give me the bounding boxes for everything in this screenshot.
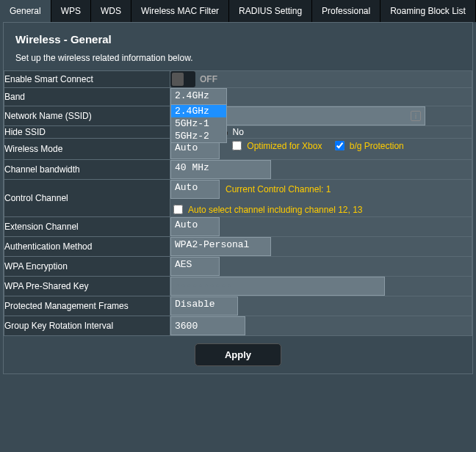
- tab-wds[interactable]: WDS: [91, 0, 131, 22]
- bg-protection-label: b/g Protection: [350, 141, 404, 151]
- toggle-off-label: OFF: [195, 74, 217, 84]
- tab-roaming-block-list[interactable]: Roaming Block List: [381, 0, 476, 22]
- control-channel-select[interactable]: Auto: [170, 180, 220, 199]
- pm-frames-label: Protected Management Frames: [4, 296, 170, 316]
- control-channel-label: Control Channel: [4, 180, 170, 217]
- auth-method-select[interactable]: WPA2-Personal: [170, 237, 271, 256]
- group-key-input[interactable]: [170, 316, 245, 335]
- hide-ssid-label: Hide SSID: [4, 126, 170, 139]
- band-label: Band: [4, 88, 170, 106]
- auto-select-channel-checkbox[interactable]: Auto select channel including channel 12…: [170, 203, 363, 216]
- ssid-label: Network Name (SSID): [4, 106, 170, 126]
- smart-connect-toggle[interactable]: OFF: [170, 71, 217, 87]
- optimized-xbox-input[interactable]: [232, 141, 242, 150]
- auto-select-channel-label: Auto select channel including channel 12…: [188, 205, 363, 215]
- ext-channel-select[interactable]: Auto: [170, 217, 220, 236]
- smart-connect-label: Enable Smart Connect: [4, 71, 170, 88]
- band-option-5ghz-2[interactable]: 5GHz-2: [171, 130, 226, 142]
- wpa-encryption-select[interactable]: AES: [170, 257, 220, 276]
- tab-wireless-mac-filter[interactable]: Wireless MAC Filter: [131, 0, 229, 22]
- bg-protection-input[interactable]: [335, 141, 345, 150]
- tab-radius-setting[interactable]: RADIUS Setting: [229, 0, 312, 22]
- optimized-xbox-label: Optimized for Xbox: [247, 141, 322, 151]
- tabs: General WPS WDS Wireless MAC Filter RADI…: [0, 0, 476, 22]
- auth-method-label: Authentication Method: [4, 237, 170, 257]
- ext-channel-label: Extension Channel: [4, 217, 170, 237]
- bg-protection-checkbox[interactable]: b/g Protection: [332, 139, 404, 153]
- band-dropdown-list: 2.4GHz 5GHz-1 5GHz-2: [170, 104, 227, 143]
- settings-table: Enable Smart Connect OFF Band 2.4GHz 2.4…: [4, 70, 472, 336]
- apply-button[interactable]: Apply: [195, 343, 281, 366]
- page-title: Wireless - General: [4, 23, 472, 53]
- wpa-encryption-label: WPA Encryption: [4, 257, 170, 277]
- channel-bw-label: Channel bandwidth: [4, 160, 170, 180]
- tab-general[interactable]: General: [0, 0, 51, 22]
- auto-select-channel-input[interactable]: [173, 205, 183, 214]
- group-key-label: Group Key Rotation Interval: [4, 316, 170, 336]
- page-subtitle: Set up the wireless related information …: [4, 53, 472, 70]
- band-option-5ghz-1[interactable]: 5GHz-1: [171, 117, 226, 130]
- hide-ssid-no-label: No: [233, 127, 244, 137]
- wpa-psk-label: WPA Pre-Shared Key: [4, 277, 170, 296]
- current-channel-text: Current Control Channel: 1: [226, 184, 331, 194]
- band-selected[interactable]: 2.4GHz: [170, 88, 227, 106]
- channel-bw-select[interactable]: 40 MHz: [170, 160, 271, 179]
- tab-wps[interactable]: WPS: [51, 0, 91, 22]
- optimized-xbox-checkbox[interactable]: Optimized for Xbox: [229, 139, 322, 153]
- band-select[interactable]: 2.4GHz 2.4GHz 5GHz-1 5GHz-2: [170, 88, 472, 106]
- wpa-psk-input[interactable]: [170, 277, 385, 296]
- info-icon[interactable]: i: [411, 111, 421, 121]
- tab-professional[interactable]: Professional: [312, 0, 381, 22]
- pm-frames-select[interactable]: Disable: [170, 296, 238, 316]
- band-option-2-4ghz[interactable]: 2.4GHz: [171, 105, 226, 117]
- content-panel: Wireless - General Set up the wireless r…: [3, 22, 473, 374]
- wireless-mode-label: Wireless Mode: [4, 139, 170, 160]
